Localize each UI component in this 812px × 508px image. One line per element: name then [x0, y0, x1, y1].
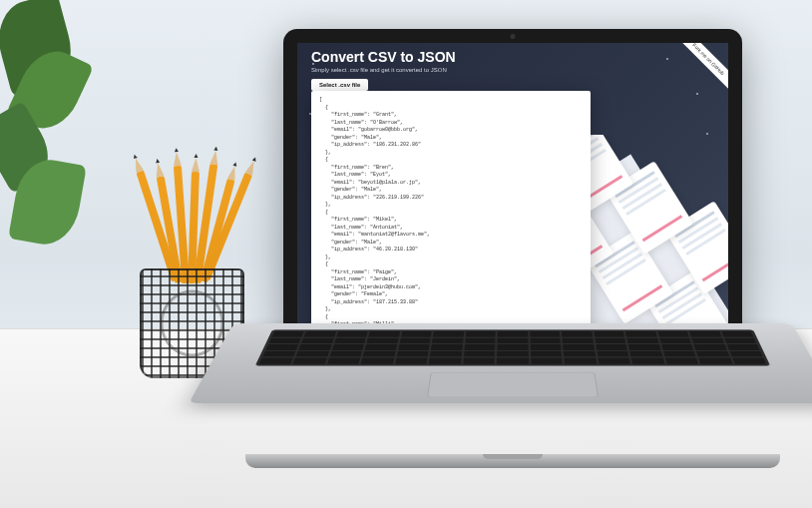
laptop-base — [233, 323, 792, 468]
plant-decoration — [0, 0, 120, 269]
trackpad — [427, 372, 599, 397]
page-title: Convert CSV to JSON — [311, 49, 714, 65]
page-subtitle: Simply select .csv file and get it conve… — [311, 67, 714, 73]
json-output-panel[interactable]: [ { "first_name": "Grant", "last_name": … — [311, 91, 591, 334]
app-window: Fork me on GitHub Convert CSV to JSON Si… — [297, 43, 728, 334]
webcam-icon — [511, 34, 516, 39]
keyboard — [255, 329, 771, 365]
laptop: Fork me on GitHub Convert CSV to JSON Si… — [233, 29, 792, 468]
laptop-screen: Fork me on GitHub Convert CSV to JSON Si… — [283, 29, 742, 348]
json-output-text: [ { "first_name": "Grant", "last_name": … — [319, 97, 583, 334]
select-file-button[interactable]: Select .csv file — [311, 79, 368, 91]
